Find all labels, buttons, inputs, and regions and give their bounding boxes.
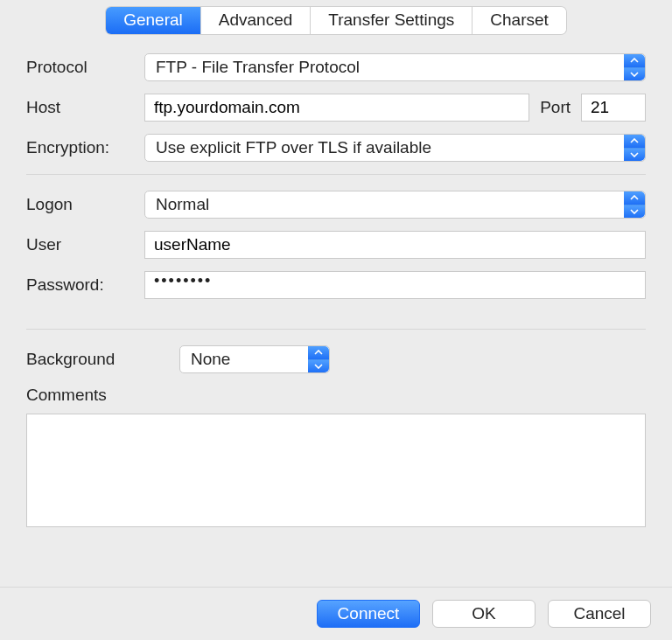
encryption-select-value: Use explicit FTP over TLS if available <box>156 138 431 157</box>
label-protocol: Protocol <box>26 58 144 77</box>
label-password: Password: <box>26 275 144 295</box>
divider <box>26 174 646 175</box>
select-stepper-icon <box>624 54 645 80</box>
protocol-select-value: FTP - File Transfer Protocol <box>156 58 360 77</box>
select-stepper-icon <box>624 135 645 161</box>
tab-advanced[interactable]: Advanced <box>201 7 312 34</box>
row-password: Password: •••••••• <box>26 271 646 299</box>
cancel-button[interactable]: Cancel <box>548 600 651 628</box>
connect-button[interactable]: Connect <box>317 600 420 628</box>
row-host: Host Port <box>26 94 646 122</box>
divider <box>26 329 646 330</box>
row-user: User <box>26 231 646 259</box>
label-port: Port <box>536 98 574 117</box>
protocol-select[interactable]: FTP - File Transfer Protocol <box>144 53 646 81</box>
label-host: Host <box>26 98 144 117</box>
row-background: Background None <box>26 345 646 373</box>
label-logon: Logon <box>26 195 144 214</box>
encryption-select[interactable]: Use explicit FTP over TLS if available <box>144 134 646 162</box>
row-encryption: Encryption: Use explicit FTP over TLS if… <box>26 134 646 162</box>
select-stepper-icon <box>624 191 645 218</box>
password-input[interactable]: •••••••• <box>144 271 646 299</box>
tab-transfer-settings[interactable]: Transfer Settings <box>311 7 472 34</box>
tab-charset[interactable]: Charset <box>472 7 566 34</box>
label-comments: Comments <box>26 386 646 405</box>
logon-select[interactable]: Normal <box>144 191 646 219</box>
label-user: User <box>26 235 144 254</box>
tab-bar: General Advanced Transfer Settings Chars… <box>0 0 672 34</box>
form-panel: Protocol FTP - File Transfer Protocol Ho… <box>0 34 672 540</box>
host-input[interactable] <box>144 94 529 122</box>
tab-bar-inner: General Advanced Transfer Settings Chars… <box>106 7 566 34</box>
select-stepper-icon <box>308 346 329 372</box>
logon-select-value: Normal <box>156 195 209 214</box>
label-encryption: Encryption: <box>26 138 144 157</box>
ok-button[interactable]: OK <box>432 600 536 628</box>
label-background: Background <box>26 350 179 369</box>
comments-textarea[interactable] <box>26 414 646 527</box>
background-select[interactable]: None <box>179 345 330 373</box>
background-select-value: None <box>191 350 230 369</box>
row-logon: Logon Normal <box>26 191 646 219</box>
user-input[interactable] <box>144 231 646 259</box>
row-protocol: Protocol FTP - File Transfer Protocol <box>26 53 646 81</box>
port-input[interactable] <box>581 94 646 122</box>
button-bar: Connect OK Cancel <box>0 587 672 640</box>
tab-general[interactable]: General <box>106 7 201 34</box>
